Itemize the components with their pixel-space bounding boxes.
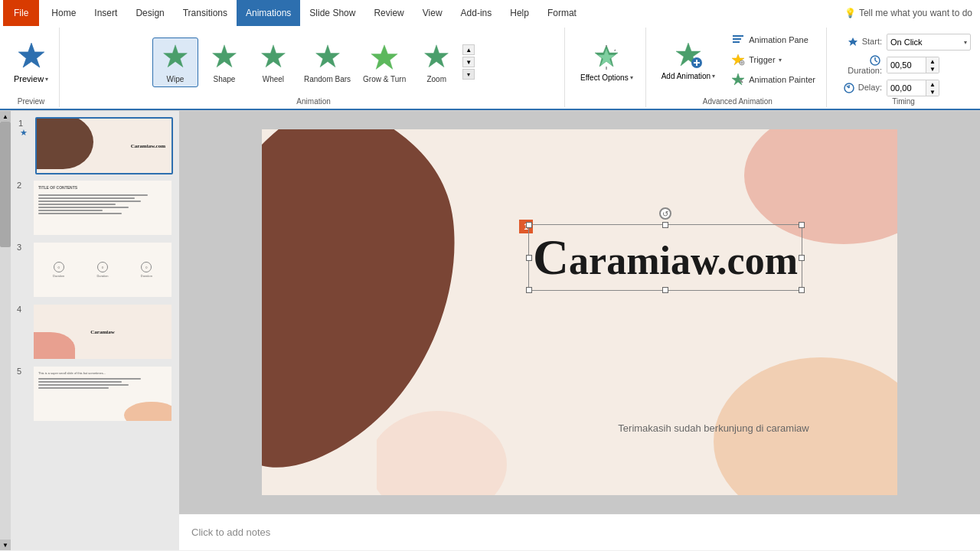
animation-painter-label: Animation Painter [749,75,815,84]
tab-review[interactable]: Review [364,0,413,26]
add-animation-icon [672,40,704,72]
animation-random-bars[interactable]: Random Bars [299,38,355,86]
tab-transitions[interactable]: Transitions [174,0,237,26]
random-bars-icon [312,41,344,73]
slide-thumb-2[interactable]: TITLE OF CONTENTS [32,179,173,236]
scroll-top-button[interactable]: ▲ [0,111,11,122]
tab-design[interactable]: Design [126,0,173,26]
animation-painter-button[interactable]: Animation Painter [726,70,820,89]
duration-spin-down[interactable]: ▼ [926,65,939,73]
slide-thumb-3[interactable]: ○ Duration ○ Duration ○ Duration [32,241,173,298]
tab-insert[interactable]: Insert [85,0,126,26]
svg-marker-0 [18,43,44,67]
tell-me-bar[interactable]: 💡 Tell me what you want to do [837,5,980,21]
selected-text-element[interactable]: ↺ 1 C [533,229,798,286]
duration-input[interactable] [887,57,926,73]
tab-animations[interactable]: Animations [237,0,300,26]
svg-point-35 [377,411,507,495]
tab-home[interactable]: Home [42,0,85,26]
slide-canvas[interactable]: ↺ 1 C [179,111,980,514]
add-animation-button[interactable]: Add Animation ▾ [655,37,722,83]
trigger-button[interactable]: Trigger ▾ [726,51,820,69]
svg-line-11 [615,50,616,51]
wipe-icon [159,41,191,73]
slide-number-2: 2 [17,179,28,190]
slide-item-3[interactable]: 3 ○ Duration ○ Duration [17,241,173,298]
add-animation-dropdown: ▾ [712,73,715,80]
preview-dropdown-icon: ▾ [45,76,48,83]
handle-middle-right[interactable] [799,255,805,261]
slide-item-1[interactable]: 1 ★ Caramiaw.com [17,117,173,174]
handle-top-right[interactable] [799,222,805,228]
scroll-up-arrow[interactable]: ▲ [462,44,475,55]
delay-input[interactable] [887,80,926,96]
animation-wipe[interactable]: Wipe [152,37,198,87]
tab-format[interactable]: Format [538,0,586,26]
animation-shape[interactable]: Shape [201,38,247,86]
delay-spinner: ▲ ▼ [926,80,939,96]
handle-bottom-middle[interactable] [662,287,668,293]
slide-item-4[interactable]: 4 Caramiaw [17,303,173,360]
scroll-bottom-button[interactable]: ▼ [0,540,11,550]
scroll-track [0,122,11,540]
slide-number-3: 3 [17,241,28,252]
tab-view[interactable]: View [413,0,452,26]
handle-bottom-left[interactable] [526,287,532,293]
duration-spin-up[interactable]: ▲ [926,57,939,65]
svg-rect-17 [733,35,743,37]
delay-input-container: ▲ ▼ [887,80,939,96]
delay-spin-down[interactable]: ▼ [926,88,939,96]
handle-top-middle[interactable] [662,222,668,228]
add-animation-label: Add Animation [662,72,711,80]
shape-icon [208,41,240,73]
effect-options-icon [592,43,621,72]
svg-marker-6 [371,44,397,69]
slide-number-4: 4 [17,303,28,314]
scroll-more-arrow[interactable]: ▾ [462,69,475,80]
notes-area[interactable]: Click to add notes [179,514,980,550]
rotate-handle[interactable]: ↺ [659,207,671,220]
wheel-icon [257,41,289,73]
handle-middle-left[interactable] [526,255,532,261]
start-select[interactable]: On Click ▾ [887,34,971,51]
animation-wheel[interactable]: Wheel [250,38,296,86]
svg-rect-19 [733,41,740,43]
animation-grow-turn[interactable]: Grow & Turn [358,38,410,86]
animation-painter-icon [730,72,746,87]
preview-button[interactable]: Preview ▾ [9,37,53,86]
handle-top-left[interactable] [526,222,532,228]
tab-help[interactable]: Help [501,0,538,26]
delay-label-text: Delay: [836,83,882,93]
slide-thumb-5[interactable]: This is a super small slide of this but … [32,365,173,422]
animation-scroll-arrows: ▲ ▼ ▾ [462,44,475,80]
slide-thumb-4[interactable]: Caramiaw [32,303,173,360]
zoom-icon [420,41,452,73]
tab-addins[interactable]: Add-ins [452,0,501,26]
animation-zoom[interactable]: Zoom [413,38,459,86]
trigger-dropdown: ▾ [779,57,782,64]
slide4-thumb-brand: Caramiaw [90,329,115,335]
slides-list: 1 ★ Caramiaw.com 2 TITLE [11,111,179,429]
slide-item-5[interactable]: 5 This is a super small slide of this bu… [17,365,173,422]
slide-thumb-1[interactable]: Caramiaw.com [35,117,173,174]
slides-panel-scrollbar: ▲ ▼ [0,111,11,550]
handle-bottom-right[interactable] [799,287,805,293]
scroll-thumb[interactable] [0,122,11,247]
start-value: On Click [890,37,923,47]
scroll-down-arrow[interactable]: ▼ [462,57,475,67]
animation-pane-button[interactable]: Animation Pane [726,31,820,49]
tab-slideshow[interactable]: Slide Show [300,0,364,26]
shape-label: Shape [213,75,235,83]
effect-options-button[interactable]: Effect Options ▾ [574,40,639,85]
tab-file[interactable]: File [3,0,39,26]
delay-spin-up[interactable]: ▲ [926,80,939,88]
light-peach-blob [377,365,530,495]
svg-line-29 [875,60,877,62]
grow-turn-icon [368,41,400,73]
svg-marker-3 [262,44,286,67]
peach-blob [698,319,897,495]
timing-group-label: Timing [830,97,977,106]
canvas-area: ↺ 1 C [179,111,980,550]
slide-item-2[interactable]: 2 TITLE OF CONTENTS [17,179,173,236]
svg-marker-24 [732,73,744,85]
